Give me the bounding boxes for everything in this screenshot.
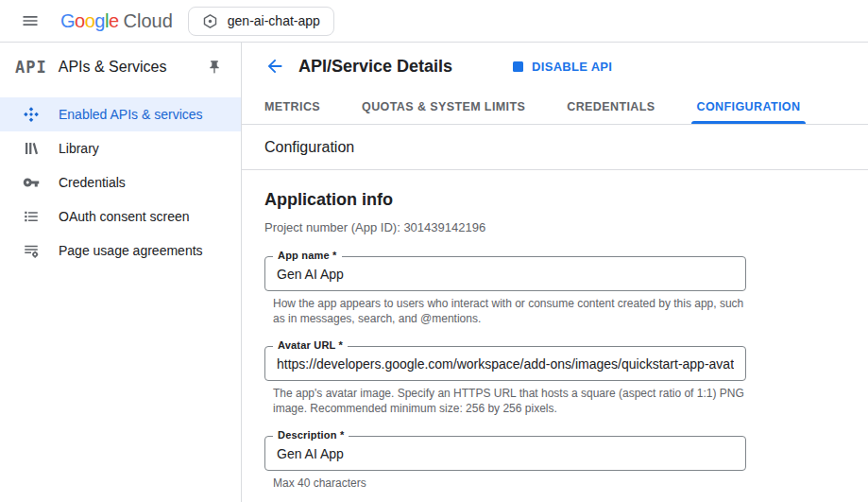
app-name-label: App name * <box>273 250 342 261</box>
google-cloud-logo[interactable]: Google Cloud <box>60 10 173 32</box>
tab-metrics[interactable]: METRICS <box>264 90 320 124</box>
sidebar-nav: Enabled APIs & services Library Credenti… <box>0 92 241 268</box>
app-name-helper-text: How the app appears to users who interac… <box>273 297 750 326</box>
stop-icon <box>513 61 523 72</box>
avatar-url-helper-text: The app's avatar image. Specify an HTTPS… <box>273 387 750 416</box>
main-panel: API/Service Details DISABLE API METRICS … <box>242 43 868 502</box>
sidebar-item-label: Credentials <box>59 175 126 190</box>
agreements-icon <box>23 242 40 259</box>
enabled-apis-icon <box>23 106 40 123</box>
tab-quotas-system-limits[interactable]: QUOTAS & SYSTEM LIMITS <box>362 90 525 124</box>
section-title-bar: Configuration <box>242 125 868 170</box>
tab-credentials[interactable]: CREDENTIALS <box>567 90 655 124</box>
project-number-text: Project number (App ID): 301439142196 <box>264 220 845 234</box>
pin-button[interactable] <box>205 58 224 77</box>
page-header: API/Service Details DISABLE API <box>242 43 868 90</box>
back-arrow-icon <box>264 56 285 77</box>
disable-api-label: DISABLE API <box>532 60 612 74</box>
application-info-heading: Application info <box>264 190 845 210</box>
sidebar-item-oauth-consent[interactable]: OAuth consent screen <box>0 199 241 234</box>
topbar: Google Cloud gen-ai-chat-app <box>0 0 868 43</box>
sidebar-item-enabled-apis[interactable]: Enabled APIs & services <box>0 97 241 131</box>
sidebar-item-page-usage-agreements[interactable]: Page usage agreements <box>0 234 241 268</box>
sidebar-item-label: Library <box>59 141 99 156</box>
app-name-input[interactable] <box>264 256 746 291</box>
sidebar: API APIs & Services Enabled APIs & servi… <box>0 43 242 502</box>
sidebar-item-credentials[interactable]: Credentials <box>0 165 241 199</box>
project-selector[interactable]: gen-ai-chat-app <box>188 7 334 36</box>
key-icon <box>23 174 40 191</box>
avatar-url-label: Avatar URL * <box>273 339 348 351</box>
tab-configuration[interactable]: CONFIGURATION <box>697 90 801 124</box>
description-field: Description * <box>264 436 746 471</box>
configuration-content: Application info Project number (App ID)… <box>242 170 868 492</box>
page-body: API APIs & Services Enabled APIs & servi… <box>0 43 868 502</box>
disable-api-button[interactable]: DISABLE API <box>513 60 612 74</box>
sidebar-item-label: Page usage agreements <box>59 243 203 258</box>
sidebar-item-library[interactable]: Library <box>0 131 241 165</box>
hamburger-menu-button[interactable] <box>13 4 47 38</box>
description-input[interactable] <box>264 436 746 471</box>
sidebar-item-label: Enabled APIs & services <box>59 107 203 122</box>
app-name-field: App name * <box>264 256 746 291</box>
sidebar-header: API APIs & Services <box>0 43 241 92</box>
avatar-url-field: Avatar URL * <box>264 346 746 381</box>
tab-bar: METRICS QUOTAS & SYSTEM LIMITS CREDENTIA… <box>242 90 868 125</box>
description-helper-text: Max 40 characters <box>273 476 750 492</box>
description-label: Description * <box>273 429 349 441</box>
sidebar-title: APIs & Services <box>59 59 167 76</box>
pin-icon <box>207 60 222 75</box>
back-button[interactable] <box>264 56 285 77</box>
avatar-url-input[interactable] <box>264 346 746 381</box>
sidebar-item-label: OAuth consent screen <box>59 209 190 224</box>
google-logo-text: Google <box>60 10 119 32</box>
cloud-logo-text: Cloud <box>124 10 173 32</box>
project-selector-label: gen-ai-chat-app <box>228 13 320 28</box>
section-title: Configuration <box>264 139 354 156</box>
library-icon <box>23 140 40 157</box>
hamburger-icon <box>21 11 40 30</box>
page-title: API/Service Details <box>298 57 452 77</box>
project-icon <box>202 13 218 29</box>
apis-services-logo: API <box>15 58 47 77</box>
consent-screen-icon <box>23 208 40 225</box>
